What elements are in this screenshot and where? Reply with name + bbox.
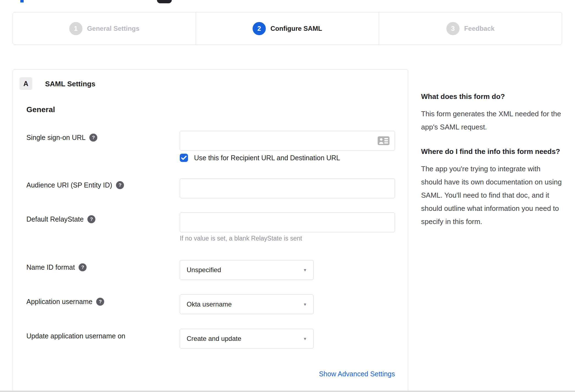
chevron-down-icon: ▾ [304, 302, 306, 307]
relay-state-control [180, 212, 395, 232]
show-advanced-settings-link[interactable]: Show Advanced Settings [180, 370, 395, 378]
sso-url-control [180, 131, 395, 151]
help-icon[interactable]: ? [89, 134, 97, 142]
help-glyph: ? [90, 217, 93, 222]
step-general-settings[interactable]: 1 General Settings [13, 12, 196, 45]
sso-url-label-row: Single sign-on URL ? [26, 134, 97, 142]
audience-uri-label: Audience URI (SP Entity ID) [26, 181, 112, 189]
step-number-badge: 2 [253, 22, 266, 35]
sidebar-heading-where: Where do I find the info this form needs… [421, 145, 563, 158]
name-id-format-label: Name ID format [26, 263, 75, 271]
name-id-format-control: Unspecified ▾ [180, 260, 314, 280]
step-number-badge: 1 [69, 22, 82, 35]
sidebar-paragraph-what: This form generates the XML needed for t… [421, 107, 563, 134]
app-username-label: Application username [26, 298, 92, 306]
app-username-select[interactable]: Okta username ▾ [180, 294, 314, 314]
help-sidebar: What does this form do? This form genera… [421, 90, 563, 240]
update-username-label-row: Update application username on [26, 332, 125, 340]
recipient-url-checkbox[interactable] [180, 154, 188, 162]
step-label: Configure SAML [270, 25, 322, 32]
update-username-label: Update application username on [26, 332, 125, 340]
cropped-title-fragment [20, 0, 24, 2]
help-icon[interactable]: ? [116, 181, 124, 189]
sidebar-paragraph-where: The app you're trying to integrate with … [421, 162, 563, 228]
relay-state-input[interactable] [180, 212, 395, 232]
checkmark-icon [181, 156, 187, 160]
sidebar-heading-what: What does this form do? [421, 90, 563, 103]
relay-state-helper-text: If no value is set, a blank RelayState i… [180, 235, 302, 242]
chevron-down-icon: ▾ [304, 267, 306, 273]
audience-uri-label-row: Audience URI (SP Entity ID) ? [26, 181, 124, 189]
recipient-url-checkbox-label: Use this for Recipient URL and Destinati… [194, 154, 340, 162]
section-a-badge: A [20, 77, 32, 90]
audience-uri-control [180, 178, 395, 198]
address-card-icon [378, 136, 389, 145]
relay-state-label-row: Default RelayState ? [26, 215, 95, 223]
app-username-value: Okta username [187, 300, 232, 308]
help-glyph: ? [118, 183, 121, 188]
name-id-format-label-row: Name ID format ? [26, 263, 87, 271]
general-group-heading: General [26, 105, 55, 114]
help-icon[interactable]: ? [87, 215, 95, 223]
saml-settings-panel: A SAML Settings General Single sign-on U… [13, 69, 408, 392]
update-username-control: Create and update ▾ [180, 329, 314, 349]
help-icon[interactable]: ? [79, 263, 87, 271]
app-username-label-row: Application username ? [26, 298, 104, 306]
app-username-control: Okta username ▾ [180, 294, 314, 314]
sso-url-input[interactable] [180, 131, 395, 151]
recipient-url-checkbox-row: Use this for Recipient URL and Destinati… [180, 154, 340, 162]
chevron-down-icon: ▾ [304, 336, 306, 342]
sso-url-label: Single sign-on URL [26, 134, 85, 142]
step-configure-saml[interactable]: 2 Configure SAML [196, 12, 379, 45]
step-label: Feedback [464, 25, 495, 32]
help-glyph: ? [81, 265, 84, 270]
help-glyph: ? [92, 135, 95, 140]
update-username-value: Create and update [187, 335, 241, 343]
relay-state-label: Default RelayState [26, 215, 84, 223]
audience-uri-input[interactable] [180, 178, 395, 198]
help-icon[interactable]: ? [96, 298, 104, 306]
name-id-format-select[interactable]: Unspecified ▾ [180, 260, 314, 280]
cropped-header-icon-fragment [157, 0, 172, 3]
name-id-format-value: Unspecified [187, 266, 221, 274]
step-feedback[interactable]: 3 Feedback [379, 12, 562, 45]
step-label: General Settings [87, 25, 140, 32]
update-username-select[interactable]: Create and update ▾ [180, 329, 314, 349]
section-title: SAML Settings [45, 80, 95, 88]
help-glyph: ? [99, 299, 102, 305]
cropped-bottom-divider [0, 391, 575, 392]
wizard-stepper: 1 General Settings 2 Configure SAML 3 Fe… [13, 12, 562, 45]
step-number-badge: 3 [446, 22, 460, 35]
